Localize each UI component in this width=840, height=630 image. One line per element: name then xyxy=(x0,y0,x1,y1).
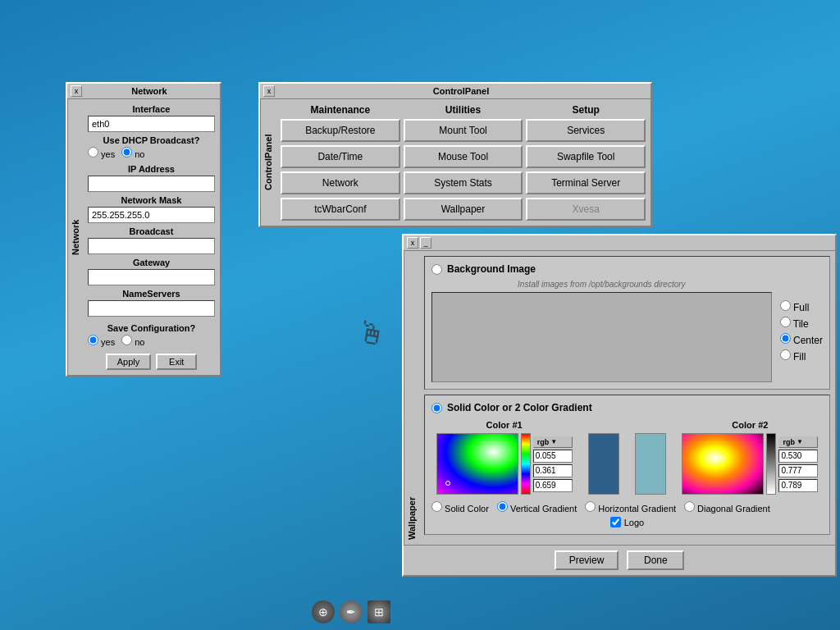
done-button[interactable]: Done xyxy=(627,550,684,570)
dhcp-radio-group: yes no xyxy=(88,147,215,159)
wp-close-button[interactable]: x xyxy=(407,237,418,249)
center-radio[interactable] xyxy=(780,333,791,344)
dhcp-yes-label[interactable]: yes xyxy=(88,147,115,159)
broadcast-input[interactable] xyxy=(88,238,215,254)
color2-rgb-label[interactable]: rgb ▼ xyxy=(778,436,818,448)
save-label: Save Configuration? xyxy=(88,323,215,333)
color1-rgb-inputs: rgb ▼ xyxy=(533,436,573,492)
wallpaper-window: x _ Wallpaper Background Image Install i… xyxy=(402,234,837,577)
color1-rgb-label[interactable]: rgb ▼ xyxy=(533,436,573,448)
fill-radio[interactable] xyxy=(780,349,791,360)
cursor-decoration: 🖱 xyxy=(354,314,390,354)
backup-restore-button[interactable]: Backup/Restore xyxy=(281,119,400,142)
bg-image-label: Background Image xyxy=(447,263,536,275)
diagonal-gradient-radio[interactable] xyxy=(684,501,695,512)
mouse-tool-button[interactable]: Mouse Tool xyxy=(404,145,523,168)
dhcp-no-label[interactable]: no xyxy=(121,147,144,159)
full-radio[interactable] xyxy=(780,300,791,311)
interface-input[interactable] xyxy=(88,116,215,132)
mask-input[interactable] xyxy=(88,207,215,223)
date-time-button[interactable]: Date/Time xyxy=(281,145,400,168)
color2-brightness-bar[interactable] xyxy=(766,433,776,495)
wp-sidebar-label: Wallpaper xyxy=(404,251,419,545)
logo-label: Logo xyxy=(624,518,644,527)
exit-button[interactable]: Exit xyxy=(156,354,197,370)
dhcp-yes-radio[interactable] xyxy=(88,147,98,158)
gateway-input[interactable] xyxy=(88,269,215,285)
terminal-server-button[interactable]: Terminal Server xyxy=(526,171,646,194)
color1-hue-bar[interactable] xyxy=(521,433,531,495)
horizontal-gradient-radio[interactable] xyxy=(585,501,596,512)
color2-g-input[interactable] xyxy=(778,464,818,477)
control-panel-window: x ControlPanel ControlPanel Maintenance … xyxy=(258,82,652,227)
wallpaper-button[interactable]: Wallpaper xyxy=(404,198,523,221)
solid-color-radio[interactable] xyxy=(431,501,442,512)
color1-picker[interactable] xyxy=(436,433,518,495)
apply-button[interactable]: Apply xyxy=(106,354,152,370)
taskbar-icons: ⊕ ✒ ⊞ xyxy=(312,600,390,623)
color1-r-input[interactable] xyxy=(533,450,573,463)
gateway-label: Gateway xyxy=(88,258,215,267)
color2-swatch[interactable] xyxy=(635,433,666,495)
col3-header: Setup xyxy=(526,104,646,116)
services-button[interactable]: Services xyxy=(526,119,646,142)
wp-minimize-button[interactable]: _ xyxy=(420,237,431,249)
preview-button[interactable]: Preview xyxy=(555,550,619,570)
vertical-gradient-option[interactable]: Vertical Gradient xyxy=(497,501,577,514)
system-stats-button[interactable]: System Stats xyxy=(404,171,523,194)
color1-swatch[interactable] xyxy=(588,433,619,495)
bg-image-radio[interactable] xyxy=(431,264,442,275)
col1-header: Maintenance xyxy=(281,104,400,116)
tile-option[interactable]: Tile xyxy=(780,317,823,330)
swapfile-tool-button[interactable]: Swapfile Tool xyxy=(526,145,646,168)
save-no-label[interactable]: no xyxy=(121,335,144,347)
diagonal-gradient-option[interactable]: Diagonal Gradient xyxy=(684,501,770,514)
bg-preview-area xyxy=(431,292,772,382)
bg-hint: Install images from /opt/backgrounds dir… xyxy=(431,280,772,289)
bg-options: Full Tile Center Fill xyxy=(780,280,823,382)
color1-label: Color #1 xyxy=(486,420,523,430)
tile-radio[interactable] xyxy=(780,317,791,327)
fill-option[interactable]: Fill xyxy=(780,349,823,363)
nameservers-input[interactable] xyxy=(88,300,215,317)
mask-label: Network Mask xyxy=(88,195,215,205)
tcwbarconf-button[interactable]: tcWbarConf xyxy=(281,198,400,221)
dhcp-no-radio[interactable] xyxy=(121,147,132,158)
gradient-options-row: Solid Color Vertical Gradient Horizontal… xyxy=(431,501,823,514)
solid-color-section-radio[interactable] xyxy=(431,403,442,413)
mount-tool-button[interactable]: Mount Tool xyxy=(404,119,523,142)
full-option[interactable]: Full xyxy=(780,300,823,313)
network-close-button[interactable]: x xyxy=(71,85,82,97)
horizontal-gradient-option[interactable]: Horizontal Gradient xyxy=(585,501,676,514)
taskbar-icon-3[interactable]: ⊞ xyxy=(368,600,390,623)
dhcp-label: Use DHCP Broadcast? xyxy=(88,135,215,145)
col2-header: Utilities xyxy=(404,104,523,116)
network-sidebar-label: Network xyxy=(67,99,83,375)
color2-b-input[interactable] xyxy=(778,479,818,492)
color2-r-input[interactable] xyxy=(778,450,818,463)
network-window: x Network Network Interface Use DHCP Bro… xyxy=(66,82,221,377)
solid-color-option[interactable]: Solid Color xyxy=(431,501,489,514)
center-option[interactable]: Center xyxy=(780,333,823,346)
save-yes-radio[interactable] xyxy=(88,335,98,345)
color2-rgb-inputs: rgb ▼ xyxy=(778,436,818,492)
cp-sidebar-label: ControlPanel xyxy=(260,99,276,226)
cp-close-button[interactable]: x xyxy=(263,85,275,97)
network-button[interactable]: Network xyxy=(281,171,400,194)
save-radio-group: yes no xyxy=(88,335,215,347)
network-window-title: Network xyxy=(82,86,217,96)
logo-row: Logo xyxy=(431,517,823,527)
save-no-radio[interactable] xyxy=(121,335,132,345)
network-form: Interface Use DHCP Broadcast? yes no IP … xyxy=(83,99,220,375)
save-yes-label[interactable]: yes xyxy=(88,335,115,347)
ip-input[interactable] xyxy=(88,176,215,192)
xvesa-button[interactable]: Xvesa xyxy=(526,198,646,221)
color-section-label: Solid Color or 2 Color Gradient xyxy=(447,402,592,413)
color1-g-input[interactable] xyxy=(533,464,573,477)
taskbar-icon-2[interactable]: ✒ xyxy=(340,600,363,623)
color2-picker[interactable] xyxy=(682,433,764,495)
vertical-gradient-radio[interactable] xyxy=(497,501,508,512)
taskbar-icon-1[interactable]: ⊕ xyxy=(312,600,335,623)
logo-checkbox[interactable] xyxy=(610,517,621,527)
color1-b-input[interactable] xyxy=(533,479,573,492)
